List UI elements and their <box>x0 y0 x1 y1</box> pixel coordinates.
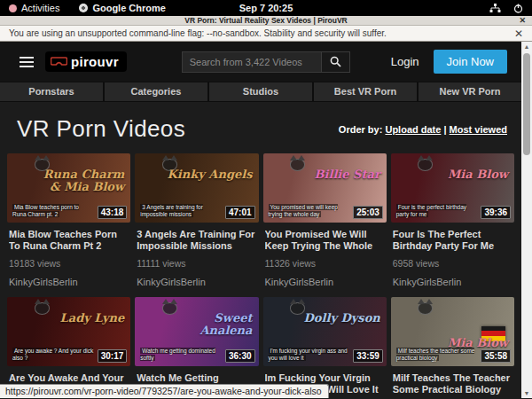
nav-item-categories[interactable]: Categories <box>105 82 207 101</box>
window-title-bar: VR Porn: Virtual Reality Sex Videos | Pi… <box>0 16 532 26</box>
video-views: 11326 views <box>265 258 385 269</box>
thumbnail-overlay-text: Kinky Angels <box>168 168 253 181</box>
video-views: 19183 views <box>9 258 129 269</box>
studio-watermark-icon <box>418 159 433 171</box>
studio-link[interactable]: KinkyGirlsBerlin <box>9 277 129 287</box>
thumbnail-caption: You promised we will keep trying the who… <box>269 204 349 218</box>
duration-badge: 33:59 <box>353 349 383 363</box>
duration-badge: 35:58 <box>481 349 511 363</box>
video-title-link[interactable]: 3 Angels Are Training For Impossible Mis… <box>137 229 256 252</box>
duration-badge: 30:17 <box>98 349 128 363</box>
thumbnail-caption: Four is the perfect birthday party for m… <box>396 204 477 218</box>
video-card: Lady Lyne Are you awake ? And your dick … <box>7 297 130 398</box>
thumbnail-caption: Mia Blow teaches porn to Runa Charm pt. … <box>12 204 93 218</box>
order-by-label: Order by: <box>339 124 383 135</box>
focused-app-label: Google Chrome <box>92 3 166 13</box>
video-thumbnail[interactable]: Kinky Angels 3 Angels are training for i… <box>135 153 258 223</box>
page-title: VR Porn Videos <box>17 115 185 143</box>
thumbnail-overlay-text: Lady Lyne <box>60 312 125 325</box>
search-box <box>182 51 350 73</box>
thumbnail-overlay-text: Runa Charm & Mia Blow <box>38 168 124 193</box>
tab-close-icon[interactable]: ✕ <box>519 16 526 26</box>
chrome-app-icon <box>79 4 88 12</box>
video-thumbnail[interactable]: Dolly Dyson I'm fucking your virgin ass … <box>263 297 387 366</box>
status-url-bubble: https://pirouvr.com/vr-porn-video/779325… <box>0 384 329 398</box>
nav-item-studios[interactable]: Studios <box>209 82 312 101</box>
video-thumbnail[interactable]: Mia Blow Milf teaches the teacher some p… <box>391 297 514 366</box>
login-link[interactable]: Login <box>391 55 419 68</box>
search-button[interactable] <box>322 51 350 73</box>
studio-link[interactable]: KinkyGirlsBerlin <box>393 277 512 287</box>
studio-watermark-icon <box>162 159 177 171</box>
video-card: Mia Blow Milf teaches the teacher some p… <box>391 297 514 398</box>
studio-watermark-icon <box>35 159 50 171</box>
scrollbar-thumb[interactable] <box>523 53 530 155</box>
video-title-link[interactable]: Mia Blow Teaches Porn To Runa Charm Pt 2 <box>9 229 129 252</box>
vr-headset-icon <box>51 57 67 66</box>
infobar-close-icon[interactable]: ✕ <box>514 26 523 42</box>
duration-badge: 43:18 <box>98 206 128 219</box>
thumbnail-overlay-text: Dolly Dyson <box>304 312 380 325</box>
vertical-scrollbar[interactable]: ▲ ▼ <box>521 42 532 398</box>
scroll-down-icon[interactable]: ▼ <box>524 388 530 398</box>
studio-watermark-icon <box>290 302 305 315</box>
scroll-up-icon[interactable]: ▲ <box>524 42 530 51</box>
thumbnail-caption: Milf teaches the teacher some practical … <box>396 348 477 362</box>
video-grid: Runa Charm & Mia Blow Mia Blow teaches p… <box>0 148 521 398</box>
video-title-link[interactable]: You Promised We Will Keep Trying The Who… <box>265 229 385 252</box>
video-card: Kinky Angels 3 Angels are training for i… <box>135 153 258 287</box>
duration-badge: 47:01 <box>225 206 255 219</box>
studio-watermark-icon <box>418 302 433 315</box>
site-logo-text: pirouvr <box>71 54 119 69</box>
video-views: 6958 views <box>393 258 512 269</box>
join-now-button[interactable]: Join Now <box>434 50 507 74</box>
order-upload-date-link[interactable]: Upload date <box>385 124 441 135</box>
nav-item-new-vr[interactable]: New VR Porn <box>419 82 521 101</box>
video-card: Billie Star You promised we will keep tr… <box>263 153 387 287</box>
thumbnail-overlay-text: Sweet Analena <box>166 312 252 337</box>
main-nav: Pornstars Categories Studios Best VR Por… <box>0 82 521 102</box>
order-by: Order by: Upload date | Most viewed <box>339 124 507 135</box>
studio-link[interactable]: KinkyGirlsBerlin <box>265 277 385 287</box>
notification-dot-icon <box>9 4 17 12</box>
thumbnail-caption: Are you awake ? And your dick also ? <box>12 348 93 362</box>
video-card: Mia Blow Four is the perfect birthday pa… <box>391 153 514 287</box>
video-thumbnail[interactable]: Sweet Analena Watch me getting dominated… <box>135 297 258 366</box>
duration-badge: 39:36 <box>481 206 511 219</box>
network-icon[interactable] <box>489 4 501 13</box>
studio-link[interactable]: KinkyGirlsBerlin <box>137 277 256 287</box>
video-card: Dolly Dyson I'm fucking your virgin ass … <box>263 297 387 398</box>
video-thumbnail[interactable]: Billie Star You promised we will keep tr… <box>263 153 387 223</box>
activities-label: Activities <box>21 3 59 13</box>
browser-viewport: pirouvr Login Join Now Pornstars Categor… <box>0 42 532 398</box>
thumbnail-overlay-text: Billie Star <box>315 168 380 181</box>
video-thumbnail[interactable]: Runa Charm & Mia Blow Mia Blow teaches p… <box>7 153 130 223</box>
nav-item-best-vr[interactable]: Best VR Porn <box>314 82 417 101</box>
power-icon[interactable] <box>513 4 523 13</box>
thumbnail-overlay-text: Mia Blow <box>448 168 508 181</box>
thumbnail-caption: 3 Angels are training for impossible mis… <box>140 204 221 218</box>
nav-item-pornstars[interactable]: Pornstars <box>0 82 103 101</box>
video-views: 11111 views <box>137 258 256 269</box>
order-most-viewed-link[interactable]: Most viewed <box>450 124 507 135</box>
site-header: pirouvr Login Join Now <box>0 42 521 82</box>
video-thumbnail[interactable]: Lady Lyne Are you awake ? And your dick … <box>7 297 130 366</box>
tab-title[interactable]: VR Porn: Virtual Reality Sex Videos | Pi… <box>184 16 347 25</box>
activities-button[interactable]: Activities <box>9 3 59 13</box>
thumbnail-caption: I'm fucking your virgin ass and you will… <box>269 348 349 362</box>
video-card: Sweet Analena Watch me getting dominated… <box>135 297 258 398</box>
menu-icon[interactable] <box>20 57 34 67</box>
focused-app-menu[interactable]: Google Chrome <box>79 3 166 13</box>
video-title-link[interactable]: Milf Teaches The Teacher Some Practical … <box>393 372 512 395</box>
search-icon <box>330 56 341 67</box>
search-input[interactable] <box>182 51 322 73</box>
duration-badge: 25:03 <box>353 206 383 219</box>
video-thumbnail[interactable]: Mia Blow Four is the perfect birthday pa… <box>391 153 514 223</box>
clock[interactable]: Sep 7 20:25 <box>239 3 293 13</box>
video-card: Runa Charm & Mia Blow Mia Blow teaches p… <box>7 153 130 287</box>
video-title-link[interactable]: Four Is The Perfect Birthday Party For M… <box>393 229 512 252</box>
site-logo[interactable]: pirouvr <box>45 51 127 72</box>
thumbnail-caption: Watch me getting dominated softly <box>140 348 221 362</box>
german-flag-icon <box>481 326 505 341</box>
studio-watermark-icon <box>35 302 50 315</box>
